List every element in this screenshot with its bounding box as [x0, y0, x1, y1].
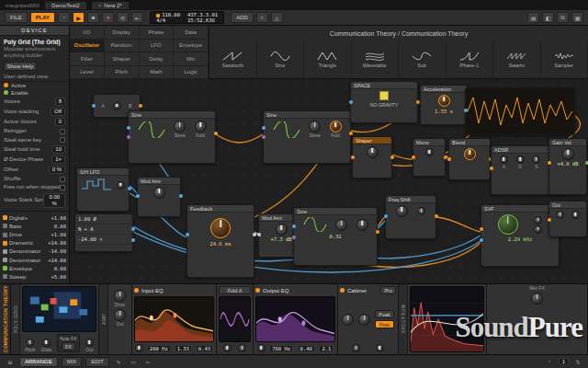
arrows-icon[interactable]: ⇅	[572, 359, 583, 365]
input-port[interactable]	[548, 161, 551, 165]
fold-knob[interactable]	[356, 219, 368, 231]
palette-item-wavetable[interactable]: Wavetable	[352, 40, 400, 78]
palette-item-swarm[interactable]: Swarm	[493, 40, 541, 78]
input-port[interactable]	[480, 227, 483, 231]
pitch-port[interactable]	[292, 224, 296, 228]
blend-knob[interactable]	[464, 148, 476, 160]
phase-port[interactable]	[262, 135, 266, 139]
q-value[interactable]: 0.43	[196, 345, 213, 352]
node-gain[interactable]: Gain Vol +4.0 dB	[548, 138, 587, 195]
skew-knob[interactable]	[309, 121, 321, 132]
node-sine-3[interactable]: Sine 0.31	[293, 207, 378, 266]
output-port[interactable]	[179, 194, 183, 198]
sustain-knob[interactable]	[532, 155, 540, 164]
track-name-strip[interactable]: COMMUNICATION THEORY	[0, 284, 11, 354]
fold-amount-knob[interactable]	[223, 344, 232, 352]
skew-knob[interactable]	[174, 121, 186, 132]
output-port[interactable]	[131, 227, 135, 231]
offset-value[interactable]: 0 %	[49, 166, 65, 174]
skew-knob[interactable]	[335, 219, 347, 231]
fold-preset-selector[interactable]: Fold A	[219, 286, 251, 294]
cutoff-mod-port[interactable]	[480, 238, 483, 242]
node-acceleration[interactable]: Acceleration 1.55 s	[420, 85, 468, 125]
shift-knob[interactable]	[396, 205, 408, 217]
time-signature[interactable]: 4/4	[156, 18, 180, 24]
level-knob[interactable]	[556, 211, 564, 219]
node-feedback[interactable]: Feedback 24.6 ms	[187, 204, 254, 278]
output-port[interactable]	[349, 132, 353, 135]
inspector-panel-icon[interactable]: ◧	[542, 12, 554, 23]
node-values[interactable]: 1.00 Ø N + A -24.00 ×	[74, 213, 133, 252]
pencil-tool-icon[interactable]: ✎	[113, 359, 124, 365]
wet-fx-knob[interactable]	[531, 293, 543, 305]
loop-icon[interactable]: ⟲	[117, 12, 129, 23]
device-power-icon[interactable]	[134, 288, 139, 293]
counter-value[interactable]: 1	[559, 358, 569, 365]
fx-button[interactable]: FX	[62, 342, 75, 351]
grid-preview-display[interactable]	[22, 286, 96, 332]
fold-knob[interactable]	[330, 121, 342, 132]
document-tab[interactable]: ×New 2*	[92, 2, 129, 9]
tab-logic[interactable]: Logic	[174, 66, 209, 80]
node-freq-shift[interactable]: Freq Shift	[385, 195, 436, 239]
tab-mix[interactable]: Mix	[174, 52, 209, 66]
edit-button[interactable]: EDIT	[85, 357, 109, 367]
freq-value[interactable]: 780 Hz	[269, 345, 293, 352]
metronome-icon[interactable]: ◔	[58, 12, 70, 23]
input-port[interactable]	[257, 233, 261, 236]
panel-toggle-icon[interactable]: ⊞	[5, 359, 16, 365]
palette-item-sawtooth[interactable]: Sawtooth	[209, 40, 257, 78]
input-port[interactable]	[349, 100, 353, 104]
tab-shaper[interactable]: Shaper	[105, 52, 140, 66]
resonance-knob[interactable]	[534, 216, 542, 224]
node-sine-1[interactable]: Sine Skew Fold	[128, 110, 216, 164]
input-port[interactable]	[464, 109, 468, 112]
phase-speed-value[interactable]: 1×	[51, 155, 65, 164]
acceleration-knob[interactable]	[438, 95, 450, 107]
glide-knob[interactable]	[42, 339, 51, 347]
dual-display-icon[interactable]: ⧉	[557, 12, 569, 23]
drive-knob[interactable]	[114, 290, 126, 302]
retrigger-checkbox[interactable]	[60, 129, 65, 134]
device-power-icon[interactable]	[340, 288, 345, 293]
device-fold[interactable]: Fold A	[217, 284, 254, 354]
steal-hold-time-value[interactable]: 10	[51, 145, 65, 154]
input-port[interactable]	[548, 218, 551, 222]
device-spectrum-analyzer[interactable]: SPECTRUM	[399, 284, 487, 354]
crossfade-knob[interactable]	[113, 102, 121, 110]
free-run-checkbox[interactable]	[60, 185, 65, 190]
tab-random[interactable]: Random	[105, 40, 140, 53]
node-shaper[interactable]: Shaper	[352, 136, 392, 178]
node-mod-amt-1[interactable]: Mod Amt	[137, 177, 181, 217]
spectrum-display[interactable]	[410, 286, 484, 352]
clock-icon[interactable]: ◔	[544, 359, 555, 364]
out-knob[interactable]	[85, 339, 94, 347]
play-icon[interactable]: ▶	[73, 12, 85, 23]
shape-knob[interactable]	[367, 146, 379, 158]
pro-button[interactable]: Pro	[380, 286, 396, 294]
fold-out-knob[interactable]	[238, 344, 246, 352]
input-port[interactable]	[92, 104, 96, 108]
gate-port[interactable]	[490, 167, 493, 170]
freq-knob[interactable]	[257, 344, 266, 352]
node-space[interactable]: SPACE NO GRAVITY	[350, 81, 418, 123]
pan-knob[interactable]	[571, 211, 580, 219]
layout-icon[interactable]: ▦	[571, 12, 583, 23]
amount-knob[interactable]	[276, 224, 288, 236]
record-icon[interactable]: ●	[102, 12, 114, 23]
song-time[interactable]: 15:52.638	[187, 18, 218, 24]
tab-level[interactable]: Level	[70, 66, 105, 80]
output-eq-display[interactable]	[255, 296, 335, 342]
stop-icon[interactable]: ■	[87, 12, 99, 23]
voice-stack-spread-value[interactable]: 0.00 %	[43, 193, 65, 208]
punch-in-icon[interactable]: ⇤	[131, 12, 143, 23]
pitch-port[interactable]	[262, 126, 266, 130]
tab-pitch[interactable]: Pitch	[105, 66, 140, 80]
mono-knob[interactable]	[425, 148, 434, 156]
palette-item-sine[interactable]: Sine	[257, 40, 305, 78]
node-mono[interactable]: Mono	[413, 138, 446, 177]
enable-toggle[interactable]: Enable	[0, 89, 69, 97]
rate-knob[interactable]	[117, 181, 125, 190]
param-row[interactable]: Digital++1.00	[0, 213, 69, 222]
view-selector[interactable]: User-defined view	[0, 72, 69, 82]
